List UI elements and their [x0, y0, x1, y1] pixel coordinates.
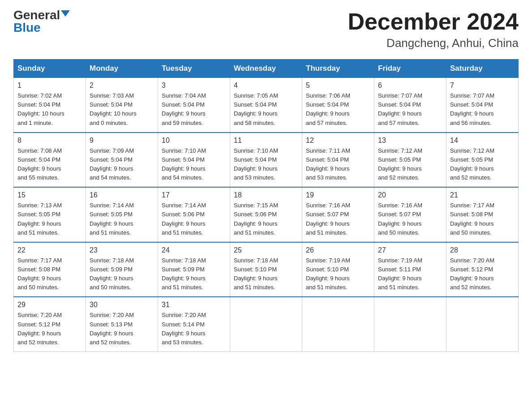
calendar-cell: 7Sunrise: 7:07 AM Sunset: 5:04 PM Daylig… — [446, 78, 519, 133]
day-number: 17 — [162, 191, 226, 199]
day-info: Sunrise: 7:18 AM Sunset: 5:10 PM Dayligh… — [234, 256, 298, 292]
day-info: Sunrise: 7:10 AM Sunset: 5:04 PM Dayligh… — [162, 146, 226, 183]
day-info: Sunrise: 7:03 AM Sunset: 5:04 PM Dayligh… — [90, 91, 154, 128]
day-info: Sunrise: 7:20 AM Sunset: 5:14 PM Dayligh… — [162, 311, 226, 347]
day-info: Sunrise: 7:07 AM Sunset: 5:04 PM Dayligh… — [450, 91, 515, 128]
weekday-header-sunday: Sunday — [14, 60, 86, 78]
day-info: Sunrise: 7:09 AM Sunset: 5:04 PM Dayligh… — [90, 146, 154, 183]
calendar-cell: 12Sunrise: 7:11 AM Sunset: 5:04 PM Dayli… — [302, 133, 374, 188]
day-number: 29 — [17, 301, 82, 309]
calendar-cell: 29Sunrise: 7:20 AM Sunset: 5:12 PM Dayli… — [14, 297, 86, 351]
day-info: Sunrise: 7:18 AM Sunset: 5:09 PM Dayligh… — [162, 256, 226, 292]
day-number: 7 — [450, 81, 515, 90]
calendar-week-row: 22Sunrise: 7:17 AM Sunset: 5:08 PM Dayli… — [14, 242, 519, 297]
calendar-cell: 5Sunrise: 7:06 AM Sunset: 5:04 PM Daylig… — [302, 78, 374, 133]
day-info: Sunrise: 7:19 AM Sunset: 5:11 PM Dayligh… — [378, 256, 442, 292]
calendar-cell: 15Sunrise: 7:13 AM Sunset: 5:05 PM Dayli… — [14, 187, 86, 242]
month-title: December 2024 — [348, 9, 519, 34]
calendar-cell: 13Sunrise: 7:12 AM Sunset: 5:05 PM Dayli… — [374, 133, 446, 188]
calendar-cell: 3Sunrise: 7:04 AM Sunset: 5:04 PM Daylig… — [158, 78, 230, 133]
day-number: 23 — [90, 246, 154, 254]
day-number: 22 — [17, 246, 82, 254]
logo-arrow-icon — [61, 10, 70, 17]
day-number: 13 — [378, 137, 442, 145]
day-info: Sunrise: 7:20 AM Sunset: 5:12 PM Dayligh… — [17, 311, 82, 347]
day-info: Sunrise: 7:16 AM Sunset: 5:07 PM Dayligh… — [306, 201, 370, 237]
day-info: Sunrise: 7:10 AM Sunset: 5:04 PM Dayligh… — [234, 146, 298, 183]
day-number: 6 — [378, 81, 442, 90]
day-info: Sunrise: 7:20 AM Sunset: 5:12 PM Dayligh… — [450, 256, 515, 292]
calendar-cell: 25Sunrise: 7:18 AM Sunset: 5:10 PM Dayli… — [230, 242, 302, 297]
day-number: 14 — [450, 137, 515, 145]
day-number: 18 — [234, 191, 298, 199]
title-block: December 2024 Dangcheng, Anhui, China — [348, 9, 519, 50]
calendar-cell: 21Sunrise: 7:17 AM Sunset: 5:08 PM Dayli… — [446, 187, 519, 242]
calendar-cell — [374, 297, 446, 351]
calendar-cell: 16Sunrise: 7:14 AM Sunset: 5:05 PM Dayli… — [86, 187, 158, 242]
day-number: 26 — [306, 246, 370, 254]
weekday-header-monday: Monday — [86, 60, 158, 78]
calendar-cell: 30Sunrise: 7:20 AM Sunset: 5:13 PM Dayli… — [86, 297, 158, 351]
day-info: Sunrise: 7:04 AM Sunset: 5:04 PM Dayligh… — [162, 91, 226, 128]
calendar-cell: 23Sunrise: 7:18 AM Sunset: 5:09 PM Dayli… — [86, 242, 158, 297]
day-info: Sunrise: 7:16 AM Sunset: 5:07 PM Dayligh… — [378, 201, 442, 237]
calendar-cell: 24Sunrise: 7:18 AM Sunset: 5:09 PM Dayli… — [158, 242, 230, 297]
day-info: Sunrise: 7:20 AM Sunset: 5:13 PM Dayligh… — [90, 311, 154, 347]
day-info: Sunrise: 7:17 AM Sunset: 5:08 PM Dayligh… — [450, 201, 515, 237]
day-number: 5 — [306, 81, 370, 90]
day-number: 4 — [234, 81, 298, 90]
day-number: 1 — [17, 81, 82, 90]
calendar-cell: 26Sunrise: 7:19 AM Sunset: 5:10 PM Dayli… — [302, 242, 374, 297]
day-info: Sunrise: 7:14 AM Sunset: 5:06 PM Dayligh… — [162, 201, 226, 237]
weekday-header-tuesday: Tuesday — [158, 60, 230, 78]
day-info: Sunrise: 7:15 AM Sunset: 5:06 PM Dayligh… — [234, 201, 298, 237]
logo: General Blue — [13, 9, 70, 34]
day-number: 27 — [378, 246, 442, 254]
day-number: 21 — [450, 191, 515, 199]
day-number: 9 — [90, 137, 154, 145]
day-number: 16 — [90, 191, 154, 199]
day-info: Sunrise: 7:17 AM Sunset: 5:08 PM Dayligh… — [17, 256, 82, 292]
calendar-cell: 22Sunrise: 7:17 AM Sunset: 5:08 PM Dayli… — [14, 242, 86, 297]
day-info: Sunrise: 7:14 AM Sunset: 5:05 PM Dayligh… — [90, 201, 154, 237]
weekday-header-thursday: Thursday — [302, 60, 374, 78]
day-info: Sunrise: 7:02 AM Sunset: 5:04 PM Dayligh… — [17, 91, 82, 128]
calendar-week-row: 15Sunrise: 7:13 AM Sunset: 5:05 PM Dayli… — [14, 187, 519, 242]
day-number: 28 — [450, 246, 515, 254]
calendar-cell: 17Sunrise: 7:14 AM Sunset: 5:06 PM Dayli… — [158, 187, 230, 242]
day-number: 19 — [306, 191, 370, 199]
calendar-cell: 27Sunrise: 7:19 AM Sunset: 5:11 PM Dayli… — [374, 242, 446, 297]
day-number: 10 — [162, 137, 226, 145]
calendar-cell — [302, 297, 374, 351]
weekday-header-saturday: Saturday — [446, 60, 519, 78]
calendar-cell: 4Sunrise: 7:05 AM Sunset: 5:04 PM Daylig… — [230, 78, 302, 133]
day-info: Sunrise: 7:11 AM Sunset: 5:04 PM Dayligh… — [306, 146, 370, 183]
calendar-table: SundayMondayTuesdayWednesdayThursdayFrid… — [13, 59, 519, 352]
day-number: 11 — [234, 137, 298, 145]
day-info: Sunrise: 7:05 AM Sunset: 5:04 PM Dayligh… — [234, 91, 298, 128]
calendar-cell: 14Sunrise: 7:12 AM Sunset: 5:05 PM Dayli… — [446, 133, 519, 188]
calendar-week-row: 8Sunrise: 7:08 AM Sunset: 5:04 PM Daylig… — [14, 133, 519, 188]
day-info: Sunrise: 7:08 AM Sunset: 5:04 PM Dayligh… — [17, 146, 82, 183]
calendar-cell: 10Sunrise: 7:10 AM Sunset: 5:04 PM Dayli… — [158, 133, 230, 188]
calendar-cell: 19Sunrise: 7:16 AM Sunset: 5:07 PM Dayli… — [302, 187, 374, 242]
day-info: Sunrise: 7:12 AM Sunset: 5:05 PM Dayligh… — [450, 146, 515, 183]
logo-blue-text: Blue — [13, 21, 41, 34]
calendar-week-row: 1Sunrise: 7:02 AM Sunset: 5:04 PM Daylig… — [14, 78, 519, 133]
calendar-cell: 8Sunrise: 7:08 AM Sunset: 5:04 PM Daylig… — [14, 133, 86, 188]
day-number: 20 — [378, 191, 442, 199]
day-number: 8 — [17, 137, 82, 145]
calendar-cell: 11Sunrise: 7:10 AM Sunset: 5:04 PM Dayli… — [230, 133, 302, 188]
calendar-cell: 20Sunrise: 7:16 AM Sunset: 5:07 PM Dayli… — [374, 187, 446, 242]
day-number: 3 — [162, 81, 226, 90]
weekday-header-row: SundayMondayTuesdayWednesdayThursdayFrid… — [14, 60, 519, 78]
day-info: Sunrise: 7:13 AM Sunset: 5:05 PM Dayligh… — [17, 201, 82, 237]
weekday-header-friday: Friday — [374, 60, 446, 78]
day-number: 2 — [90, 81, 154, 90]
day-info: Sunrise: 7:06 AM Sunset: 5:04 PM Dayligh… — [306, 91, 370, 128]
calendar-cell: 31Sunrise: 7:20 AM Sunset: 5:14 PM Dayli… — [158, 297, 230, 351]
calendar-cell — [230, 297, 302, 351]
day-number: 24 — [162, 246, 226, 254]
page-header: General Blue December 2024 Dangcheng, An… — [13, 9, 519, 50]
weekday-header-wednesday: Wednesday — [230, 60, 302, 78]
